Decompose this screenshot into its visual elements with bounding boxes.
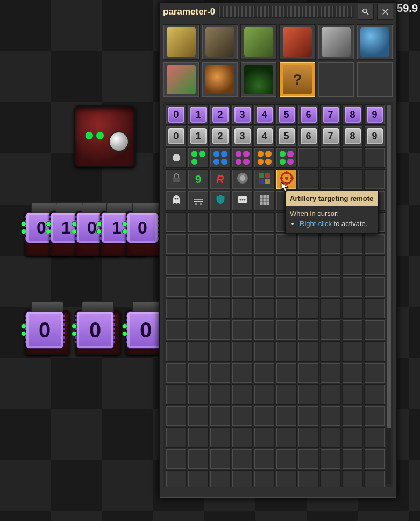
signal-green-nine[interactable]: 9 — [188, 169, 209, 189]
signal-digit-0[interactable]: 0 — [166, 104, 187, 125]
close-button[interactable] — [377, 4, 393, 20]
signal-blue-dots[interactable] — [210, 147, 231, 168]
signal-grid[interactable] — [254, 191, 275, 211]
empty-slot — [298, 470, 319, 487]
empty-slot — [166, 341, 187, 362]
signal-steel[interactable] — [232, 169, 253, 189]
signal-gray-digit-9[interactable]: 9 — [364, 126, 385, 146]
empty-slot — [232, 470, 253, 487]
signal-artillery-remote[interactable] — [276, 169, 297, 189]
empty-slot — [320, 298, 341, 319]
dot-group-icon — [191, 151, 205, 165]
signal-green-dots[interactable] — [188, 147, 209, 168]
signal-digit-3[interactable]: 3 — [232, 104, 253, 125]
category-tab-fluids[interactable] — [357, 24, 393, 60]
category-tab-enemies[interactable] — [202, 62, 238, 97]
chip-icon: 9 — [367, 128, 383, 144]
empty-slot — [210, 341, 231, 362]
scrollbar[interactable] — [386, 104, 391, 484]
empty-slot — [276, 341, 297, 362]
category-tab-unsorted[interactable] — [279, 62, 316, 97]
empty-slot — [342, 427, 363, 448]
signal-gray-digit-0[interactable]: 0 — [166, 126, 187, 146]
category-tab-environment[interactable] — [240, 62, 277, 97]
empty-slot — [210, 406, 231, 426]
logistics-icon — [167, 27, 196, 57]
empty-slot — [166, 277, 187, 297]
signal-digit-9[interactable]: 9 — [364, 104, 385, 125]
signal-gray-digit-3[interactable]: 3 — [232, 126, 253, 146]
empty-slot — [364, 298, 385, 319]
signal-digit-4[interactable]: 4 — [254, 104, 275, 125]
empty-slot — [166, 320, 187, 340]
empty-slot — [320, 234, 341, 254]
category-tab-logistics[interactable] — [163, 24, 200, 60]
signal-gray-digit-2[interactable]: 2 — [210, 126, 231, 146]
signal-ellipsis[interactable] — [232, 191, 253, 211]
empty-slot — [320, 470, 341, 487]
category-tab-intermediate[interactable] — [240, 24, 277, 60]
svg-point-13 — [174, 198, 176, 200]
constant-combinator[interactable]: 0 — [75, 310, 120, 355]
signal-white-dot[interactable] — [166, 147, 187, 168]
empty-slot — [298, 320, 319, 340]
signal-digit-1[interactable]: 1 — [188, 104, 209, 125]
empty-slot — [342, 255, 363, 276]
signal-bundle[interactable] — [254, 169, 275, 189]
empty-slot — [232, 341, 253, 362]
dot-group-icon — [236, 151, 250, 165]
signal-lock[interactable] — [166, 169, 187, 189]
signal-shield[interactable] — [210, 191, 231, 211]
chip-icon: 7 — [323, 107, 339, 123]
signal-gray-digit-5[interactable]: 5 — [276, 126, 297, 146]
empty-slot — [342, 363, 363, 383]
signal-gray-digit-7[interactable]: 7 — [320, 126, 341, 146]
production-icon — [205, 27, 234, 57]
signal-mixed-dots[interactable] — [276, 147, 297, 168]
constant-combinator[interactable]: 0 — [25, 310, 70, 355]
category-tab-combat[interactable] — [279, 24, 316, 60]
svg-rect-0 — [173, 178, 180, 182]
signal-gray-digit-8[interactable]: 8 — [342, 126, 363, 146]
empty-slot — [232, 277, 253, 297]
empty-slot — [254, 277, 275, 297]
signal-digit-2[interactable]: 2 — [210, 104, 231, 125]
decider-combinator[interactable] — [74, 105, 136, 167]
signal-ghost[interactable] — [166, 191, 187, 211]
empty-slot — [276, 406, 297, 426]
signal-stack[interactable] — [188, 191, 209, 211]
titlebar[interactable]: parameter-0 — [160, 3, 396, 21]
search-button[interactable] — [358, 4, 374, 20]
signal-gray-digit-6[interactable]: 6 — [298, 126, 319, 146]
category-tab-military[interactable] — [318, 24, 354, 60]
empty-slot — [188, 363, 209, 383]
signal-gray-digit-4[interactable]: 4 — [254, 126, 275, 146]
empty-slot — [342, 406, 363, 426]
svg-point-14 — [176, 198, 178, 200]
signal-gray-digit-1[interactable]: 1 — [188, 126, 209, 146]
chip-icon: 1 — [190, 128, 207, 144]
category-tab-production[interactable] — [202, 24, 238, 60]
chip-icon: 3 — [234, 107, 251, 123]
svg-point-2 — [240, 175, 245, 181]
signal-red-r[interactable]: R — [210, 169, 231, 189]
environment-icon — [244, 65, 273, 94]
category-tab-signals-misc[interactable] — [163, 62, 200, 97]
grid-box-icon — [258, 193, 271, 208]
signal-magenta-dots[interactable] — [232, 147, 253, 168]
titlebar-drag-handle[interactable] — [218, 6, 354, 18]
empty-slot — [166, 363, 187, 383]
empty-slot — [298, 384, 319, 405]
fluids-icon — [360, 27, 389, 57]
empty-slot — [364, 449, 385, 469]
signal-digit-6[interactable]: 6 — [298, 104, 319, 125]
scrollbar-thumb[interactable] — [386, 104, 391, 428]
signal-orange-dots[interactable] — [254, 147, 275, 168]
signal-digit-8[interactable]: 8 — [342, 104, 363, 125]
empty-slot — [298, 255, 319, 276]
svg-rect-4 — [265, 173, 270, 178]
signals-misc-icon — [167, 65, 196, 94]
empty-slot — [276, 298, 297, 319]
signal-digit-7[interactable]: 7 — [320, 104, 341, 125]
signal-digit-5[interactable]: 5 — [276, 104, 297, 125]
